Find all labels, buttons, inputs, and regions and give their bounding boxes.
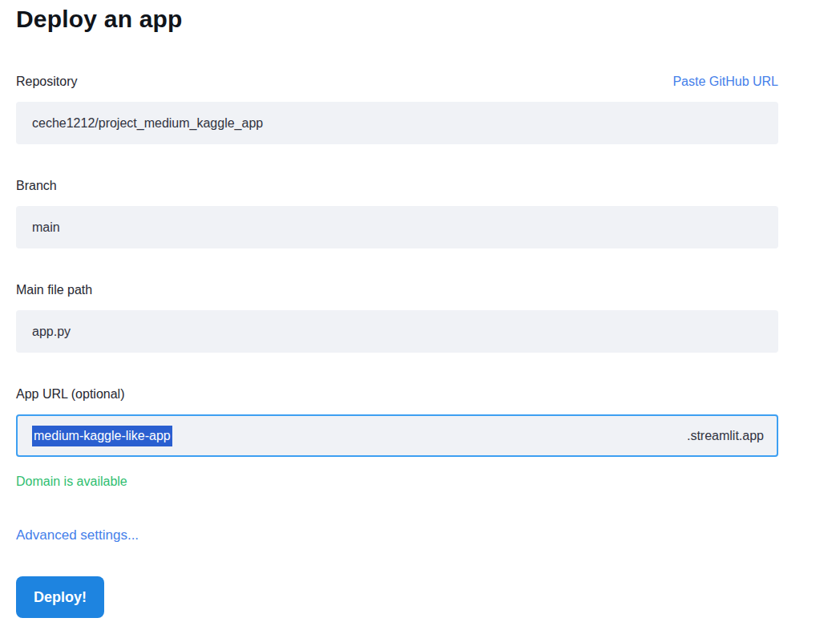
app-url-value-selected: medium-kaggle-like-app xyxy=(32,426,172,446)
deploy-app-page: Deploy an app Repository Paste GitHub UR… xyxy=(0,0,840,618)
repository-label-row: Repository Paste GitHub URL xyxy=(16,72,778,91)
main-file-path-label: Main file path xyxy=(16,281,92,300)
advanced-settings-link[interactable]: Advanced settings... xyxy=(16,526,139,545)
repository-label: Repository xyxy=(16,72,77,91)
domain-status-message: Domain is available xyxy=(16,472,778,491)
app-url-label: App URL (optional) xyxy=(16,385,124,404)
branch-value: main xyxy=(32,220,60,235)
field-repository: Repository Paste GitHub URL ceche1212/pr… xyxy=(16,72,778,144)
main-file-path-label-row: Main file path xyxy=(16,281,778,300)
app-url-domain-suffix: .streamlit.app xyxy=(687,429,764,443)
main-file-path-input[interactable]: app.py xyxy=(16,310,778,353)
branch-label: Branch xyxy=(16,176,57,196)
app-url-input[interactable]: medium-kaggle-like-app .streamlit.app xyxy=(16,414,778,457)
page-title: Deploy an app xyxy=(16,0,778,34)
field-branch: Branch main xyxy=(16,176,778,248)
branch-label-row: Branch xyxy=(16,176,778,196)
main-file-path-value: app.py xyxy=(32,325,71,339)
paste-github-url-link[interactable]: Paste GitHub URL xyxy=(672,72,778,91)
branch-input[interactable]: main xyxy=(16,206,778,248)
field-app-url: App URL (optional) medium-kaggle-like-ap… xyxy=(16,385,778,491)
app-url-label-row: App URL (optional) xyxy=(16,385,778,404)
field-main-file-path: Main file path app.py xyxy=(16,281,778,353)
repository-input[interactable]: ceche1212/project_medium_kaggle_app xyxy=(16,102,778,144)
deploy-button[interactable]: Deploy! xyxy=(16,576,104,618)
repository-value: ceche1212/project_medium_kaggle_app xyxy=(32,116,263,131)
